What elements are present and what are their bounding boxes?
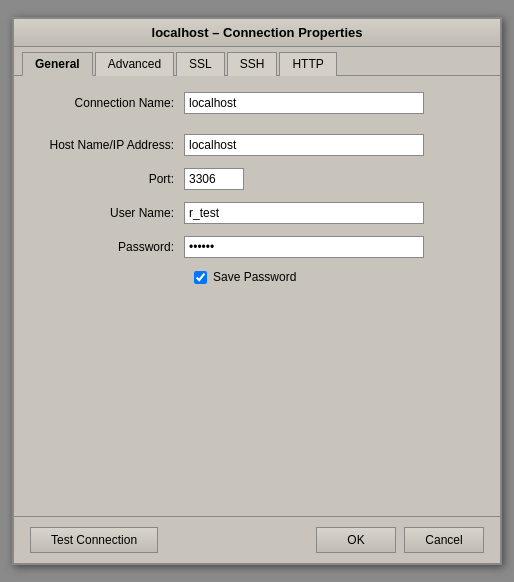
port-input[interactable] — [184, 168, 244, 190]
save-password-row: Save Password — [194, 270, 480, 284]
form-content: Connection Name: Host Name/IP Address: P… — [14, 76, 500, 516]
username-input[interactable] — [184, 202, 424, 224]
right-buttons: OK Cancel — [316, 527, 484, 553]
window-title: localhost – Connection Properties — [152, 25, 363, 40]
save-password-label: Save Password — [213, 270, 296, 284]
ok-button[interactable]: OK — [316, 527, 396, 553]
password-label: Password: — [34, 240, 184, 254]
host-group: Host Name/IP Address: — [34, 134, 480, 156]
tab-bar: General Advanced SSL SSH HTTP — [14, 47, 500, 76]
host-input[interactable] — [184, 134, 424, 156]
password-input[interactable] — [184, 236, 424, 258]
connection-properties-dialog: localhost – Connection Properties Genera… — [12, 17, 502, 565]
tab-ssh[interactable]: SSH — [227, 52, 278, 76]
tab-ssl[interactable]: SSL — [176, 52, 225, 76]
connection-name-input[interactable] — [184, 92, 424, 114]
test-connection-button[interactable]: Test Connection — [30, 527, 158, 553]
host-label: Host Name/IP Address: — [34, 138, 184, 152]
port-group: Port: — [34, 168, 480, 190]
username-label: User Name: — [34, 206, 184, 220]
username-group: User Name: — [34, 202, 480, 224]
connection-name-label: Connection Name: — [34, 96, 184, 110]
cancel-button[interactable]: Cancel — [404, 527, 484, 553]
tab-advanced[interactable]: Advanced — [95, 52, 174, 76]
button-bar: Test Connection OK Cancel — [14, 516, 500, 563]
tab-general[interactable]: General — [22, 52, 93, 76]
port-label: Port: — [34, 172, 184, 186]
save-password-checkbox[interactable] — [194, 271, 207, 284]
password-group: Password: — [34, 236, 480, 258]
tab-http[interactable]: HTTP — [279, 52, 336, 76]
title-bar: localhost – Connection Properties — [14, 19, 500, 47]
connection-name-group: Connection Name: — [34, 92, 480, 114]
